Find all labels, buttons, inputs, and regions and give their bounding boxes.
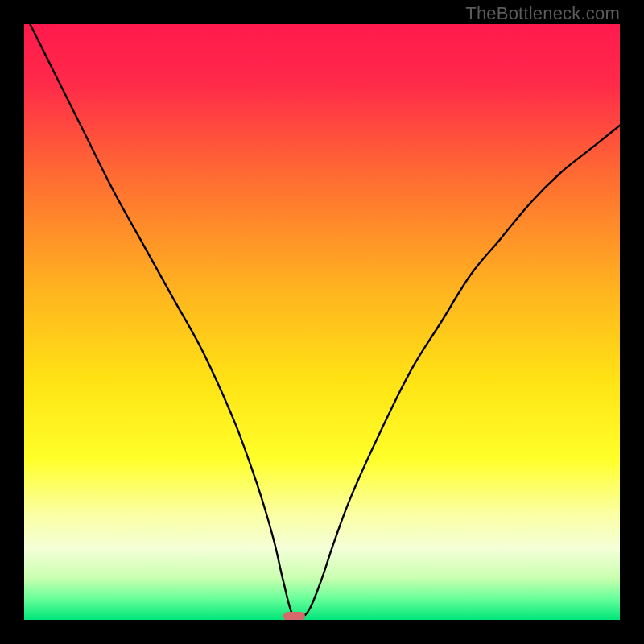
chart-frame: TheBottleneck.com	[0, 0, 644, 644]
optimal-marker	[283, 612, 305, 620]
bottleneck-curve	[24, 24, 620, 618]
plot-area	[24, 24, 620, 620]
curve-layer	[24, 24, 620, 620]
watermark-text: TheBottleneck.com	[465, 3, 620, 24]
